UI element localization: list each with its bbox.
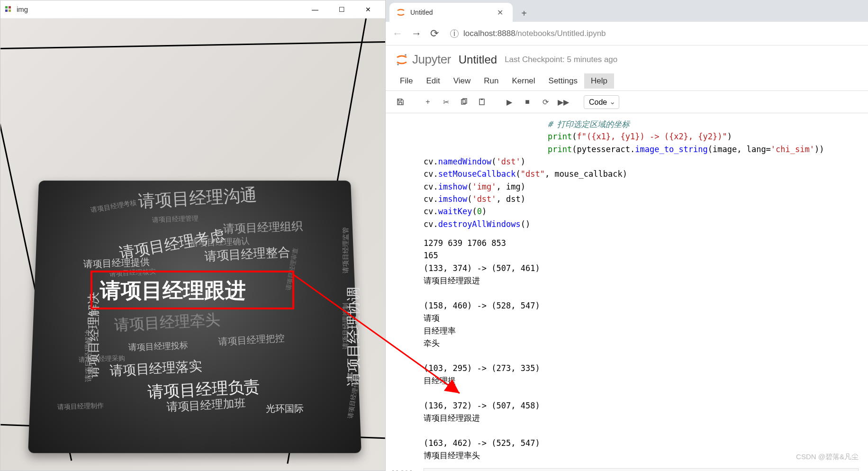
watermark: CSDN @碧落&凡尘 <box>796 453 859 462</box>
svg-point-6 <box>397 63 399 65</box>
address-bar: ← → ⟳ i localhost:8888/notebooks/Untitle… <box>386 22 868 45</box>
tab-bar: Untitled ✕ + <box>386 0 868 22</box>
cell-input[interactable]: [x for x in dir(cv) if x.startswith('EVE… <box>424 468 859 471</box>
tab-close-icon[interactable]: ✕ <box>494 7 506 18</box>
window-controls: — ☐ ✕ <box>302 1 381 18</box>
close-button[interactable]: ✕ <box>355 1 381 18</box>
browser-window: Untitled ✕ + ← → ⟳ i localhost:8888/note… <box>386 0 868 471</box>
menu-bar: FileEditViewRunKernelSettingsHelp <box>386 72 868 91</box>
notebook-name[interactable]: Untitled <box>459 53 497 66</box>
paste-icon[interactable] <box>475 95 489 109</box>
opencv-app-icon <box>4 5 13 14</box>
svg-rect-0 <box>5 6 8 9</box>
svg-rect-2 <box>5 9 8 12</box>
svg-rect-1 <box>9 6 11 9</box>
forward-button[interactable]: → <box>411 27 422 40</box>
menu-kernel[interactable]: Kernel <box>505 73 542 89</box>
code-cell-source: # 打印选定区域的坐标 print(f"({x1}, {y1}) -> ({x2… <box>424 118 859 230</box>
cell-prompt: [160]: <box>386 468 424 471</box>
jupyter-favicon <box>396 8 406 17</box>
pad-text: 请项目经理投标 <box>128 340 189 353</box>
menu-edit[interactable]: Edit <box>419 73 446 89</box>
checkpoint-text: Last Checkpoint: 5 minutes ago <box>505 55 617 64</box>
pad-text: 请项目经理制作 <box>57 401 104 411</box>
browser-tab[interactable]: Untitled ✕ <box>389 3 513 22</box>
highlighted-text: 请项目经理跟进 <box>100 277 246 305</box>
maximize-button[interactable]: ☐ <box>328 1 355 18</box>
restart-icon[interactable]: ⟳ <box>538 95 552 109</box>
minimize-button[interactable]: — <box>302 1 328 18</box>
menu-run[interactable]: Run <box>477 73 505 89</box>
site-info-icon[interactable]: i <box>450 29 459 38</box>
opencv-window: img — ☐ ✕ 请项目经理沟通请项目经理考核请项目经理管理请项目经理组织请项… <box>0 0 386 471</box>
run-icon[interactable]: ▶ <box>502 95 516 109</box>
toolbar: + ✂ ▶ ■ ⟳ ▶▶ Code <box>386 91 868 113</box>
jupyter-header: Jupyter Untitled Last Checkpoint: 5 minu… <box>386 45 868 72</box>
jupyter-logo-icon <box>395 53 408 66</box>
new-tab-button[interactable]: + <box>515 5 533 22</box>
cell-output: 1279 639 1706 853 165 (133, 374) -> (507… <box>424 237 859 462</box>
jupyter-logo-text: Jupyter <box>412 52 451 67</box>
pad-text: 请项目经理控制 <box>342 303 350 349</box>
stop-icon[interactable]: ■ <box>520 95 534 109</box>
svg-rect-10 <box>481 99 483 100</box>
menu-settings[interactable]: Settings <box>542 73 584 89</box>
opencv-titlebar[interactable]: img — ☐ ✕ <box>0 0 385 18</box>
cell-type-select[interactable]: Code <box>584 95 619 109</box>
pad-text: 光环国际 <box>266 402 304 415</box>
save-icon[interactable] <box>393 95 407 109</box>
url-field[interactable]: i localhost:8888/notebooks/Untitled.ipyn… <box>447 29 861 38</box>
add-cell-icon[interactable]: + <box>421 95 435 109</box>
copy-icon[interactable] <box>457 95 471 109</box>
pad-text: 请项目经理解决 <box>84 329 94 382</box>
window-title: img <box>17 5 302 13</box>
svg-point-5 <box>405 54 407 56</box>
menu-help[interactable]: Help <box>584 73 614 89</box>
tab-title: Untitled <box>410 9 489 16</box>
reload-button[interactable]: ⟳ <box>430 27 439 40</box>
svg-rect-3 <box>9 9 11 12</box>
fast-forward-icon[interactable]: ▶▶ <box>556 95 570 109</box>
back-button[interactable]: ← <box>392 27 403 40</box>
image-viewport[interactable]: 请项目经理沟通请项目经理考核请项目经理管理请项目经理组织请项目经理考虑请项目经理… <box>0 18 385 471</box>
url-text: localhost:8888/notebooks/Untitled.ipynb <box>463 29 606 38</box>
pad-text: 请项目经理组织 <box>223 218 303 236</box>
pad-text: 请项目经理监管 <box>342 227 350 273</box>
notebook-content[interactable]: # 打印选定区域的坐标 print(f"({x1}, {y1}) -> ({x2… <box>386 113 868 471</box>
jupyter-logo[interactable]: Jupyter <box>395 52 451 67</box>
cut-icon[interactable]: ✂ <box>439 95 453 109</box>
menu-view[interactable]: View <box>447 73 478 89</box>
code-cell[interactable]: [160]: [x for x in dir(cv) if x.startswi… <box>424 468 859 471</box>
pad-text: 请项目经理管理 <box>152 214 199 224</box>
menu-file[interactable]: File <box>393 73 419 89</box>
